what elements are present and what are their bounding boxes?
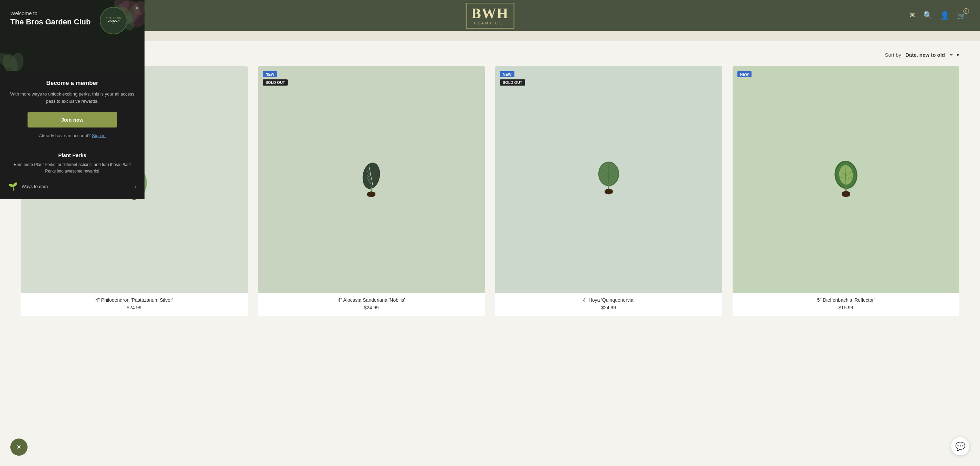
sort-chevron-icon: ▾ xyxy=(956,52,959,58)
cart-badge: 0 xyxy=(964,8,969,14)
badge-new: NEW xyxy=(737,71,752,77)
product-name: 4" Philodendron 'Pastazanum Silver' xyxy=(25,297,243,303)
account-icon[interactable]: 👤 xyxy=(940,11,950,20)
member-desc: With more ways to unlock exciting perks,… xyxy=(10,91,135,105)
club-title: The Bros Garden Club xyxy=(10,17,134,27)
page-content: products Sort by Date, new to old Date, … xyxy=(0,41,980,326)
site-header: BWH PLANT CO. ✉ 🔍 👤 🛒 0 xyxy=(0,0,980,31)
signin-prefix: Already have an account? xyxy=(39,133,92,138)
product-card[interactable]: NEWSOLD OUT4" Hoya 'Quinquenervia'$24.99 xyxy=(495,66,722,316)
product-image xyxy=(733,66,960,293)
logo-box: BWH PLANT CO. xyxy=(466,3,514,29)
products-header: products Sort by Date, new to old Date, … xyxy=(21,52,959,58)
svg-point-26 xyxy=(605,189,613,194)
svg-point-37 xyxy=(842,191,850,196)
logo-main: BWH xyxy=(471,6,509,21)
product-price: $15.99 xyxy=(737,305,955,310)
member-section: Become a member With more ways to unlock… xyxy=(0,72,145,146)
product-name: 4" Hoya 'Quinquenervia' xyxy=(500,297,718,303)
badge-new: NEW xyxy=(263,71,277,77)
mail-icon[interactable]: ✉ xyxy=(910,11,916,20)
badge-sold-out: SOLD OUT xyxy=(500,79,525,86)
cart-icon[interactable]: 🛒 0 xyxy=(957,11,966,20)
perks-earn-icon: 🌱 xyxy=(8,182,18,191)
signin-text: Already have an account? Sign in xyxy=(10,133,135,138)
badge-sold-out: SOLD OUT xyxy=(263,79,288,86)
perks-row-left: 🌱 Ways to earn xyxy=(8,182,48,191)
logo-container: BWH PLANT CO. xyxy=(466,3,514,29)
badge-new: NEW xyxy=(500,71,514,77)
sort-select[interactable]: Date, new to old Date, old to new Price,… xyxy=(904,52,954,58)
member-title: Become a member xyxy=(10,80,135,87)
product-image xyxy=(495,66,722,293)
sort-label: Sort by xyxy=(885,52,901,58)
product-name: 4" Alocasia Sanderiana 'Nobilis' xyxy=(263,297,480,303)
join-now-button[interactable]: Join now xyxy=(27,112,117,127)
signin-link[interactable]: Sign in xyxy=(92,133,106,138)
perks-desc: Earn more Plant Perks for different acti… xyxy=(8,162,136,174)
ways-to-earn-row[interactable]: 🌱 Ways to earn › xyxy=(8,180,136,193)
search-icon[interactable]: 🔍 xyxy=(923,11,932,20)
perks-title: Plant Perks xyxy=(8,152,136,158)
product-price: $24.99 xyxy=(500,305,718,310)
header-icons: ✉ 🔍 👤 🛒 0 xyxy=(910,11,966,20)
product-name: 5" Dieffenbachia 'Reflector' xyxy=(737,297,955,303)
perks-row-label: Ways to earn xyxy=(22,184,48,189)
product-price: $24.99 xyxy=(25,305,243,310)
product-price: $24.99 xyxy=(263,305,480,310)
logo-sub: PLANT CO. xyxy=(471,21,509,25)
welcome-text: Welcome to xyxy=(10,10,134,16)
loyalty-popup: THE BROS GARDEN CLUB × Welcome to The Br… xyxy=(0,0,145,234)
svg-point-16 xyxy=(367,192,375,196)
sort-container: Sort by Date, new to old Date, old to ne… xyxy=(885,52,959,58)
svg-point-47 xyxy=(9,52,25,71)
svg-point-8 xyxy=(361,162,381,190)
sub-header xyxy=(0,31,980,41)
product-grid: NEW4" Philodendron 'Pastazanum Silver'$2… xyxy=(21,66,959,316)
close-popup-button[interactable]: × xyxy=(135,4,139,12)
product-card[interactable]: NEW5" Dieffenbachia 'Reflector'$15.99 xyxy=(733,66,960,316)
garden-club-content: Welcome to The Bros Garden Club xyxy=(7,7,138,30)
product-card[interactable]: NEWSOLD OUT4" Alocasia Sanderiana 'Nobil… xyxy=(258,66,485,316)
product-image xyxy=(258,66,485,293)
perks-row-arrow: › xyxy=(135,184,136,190)
garden-club-banner: THE BROS GARDEN CLUB × Welcome to The Br… xyxy=(0,0,145,72)
perks-section: Plant Perks Earn more Plant Perks for di… xyxy=(0,146,145,199)
